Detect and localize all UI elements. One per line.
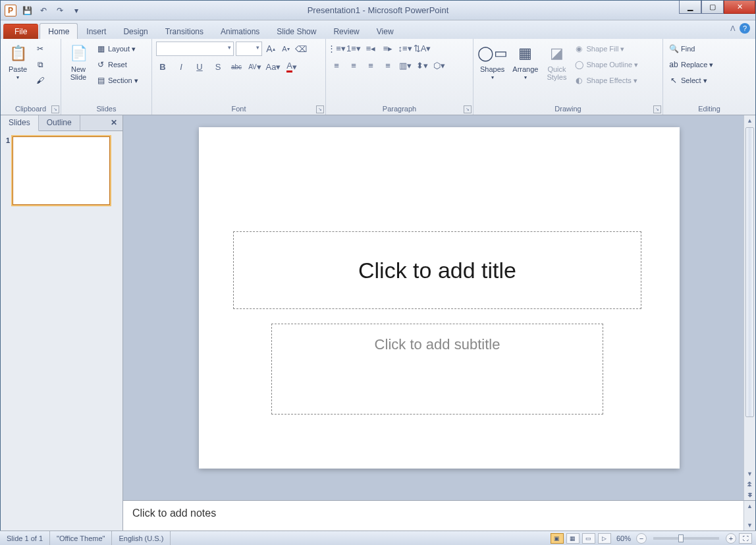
zoom-in-button[interactable]: + xyxy=(726,533,736,544)
thumbnail-item[interactable]: 1 xyxy=(6,136,117,205)
prev-slide-icon[interactable]: ⯭ xyxy=(744,479,755,490)
align-right-button[interactable]: ≡ xyxy=(364,59,377,72)
line-spacing-button[interactable]: ↕≡▾ xyxy=(398,42,412,55)
align-text-button[interactable]: ⬍▾ xyxy=(416,59,429,72)
section-button[interactable]: ▤Section ▾ xyxy=(94,73,140,88)
status-language[interactable]: English (U.S.) xyxy=(112,531,171,545)
bold-button[interactable]: B xyxy=(156,60,169,73)
minimize-ribbon-icon[interactable]: ᐱ xyxy=(730,24,736,33)
decrease-indent-button[interactable]: ≡◂ xyxy=(364,42,377,55)
shrink-font-button[interactable]: A▾ xyxy=(279,42,292,55)
tab-insert[interactable]: Insert xyxy=(78,23,115,39)
scroll-up-icon[interactable]: ▲ xyxy=(744,501,755,511)
justify-button[interactable]: ≡ xyxy=(381,59,394,72)
subtitle-placeholder[interactable]: Click to add subtitle xyxy=(271,324,603,415)
normal-view-button[interactable]: ▣ xyxy=(551,533,564,544)
shapes-button[interactable]: ◯▭Shapes▾ xyxy=(477,42,507,82)
clear-formatting-button[interactable]: ⌫ xyxy=(294,42,308,55)
app-icon[interactable]: P xyxy=(3,3,18,18)
tab-animations[interactable]: Animations xyxy=(212,23,268,39)
undo-button[interactable]: ↶ xyxy=(36,3,51,18)
italic-button[interactable]: I xyxy=(175,60,188,73)
sorter-view-button[interactable]: ▦ xyxy=(566,533,580,544)
grow-font-button[interactable]: A▴ xyxy=(264,42,277,55)
scroll-down-icon[interactable]: ▼ xyxy=(744,469,755,479)
layout-button[interactable]: ▦Layout ▾ xyxy=(94,42,140,56)
tab-transitions[interactable]: Transitions xyxy=(157,23,212,39)
slide-canvas-area[interactable]: Click to add title Click to add subtitle… xyxy=(123,115,755,500)
paragraph-dialog-launcher[interactable]: ↘ xyxy=(464,105,472,113)
status-slide-number[interactable]: Slide 1 of 1 xyxy=(0,531,50,545)
save-button[interactable]: 💾 xyxy=(20,3,34,18)
help-icon[interactable]: ? xyxy=(740,23,750,34)
font-color-button[interactable]: A▾ xyxy=(285,60,298,73)
tab-file[interactable]: File xyxy=(3,24,38,39)
shadow-icon: S xyxy=(215,62,221,72)
replace-button[interactable]: abReplace ▾ xyxy=(667,57,715,72)
tab-view[interactable]: View xyxy=(368,23,402,39)
align-left-button[interactable]: ≡ xyxy=(330,59,343,72)
drawing-dialog-launcher[interactable]: ↘ xyxy=(653,105,661,113)
align-center-button[interactable]: ≡ xyxy=(347,59,360,72)
notes-pane[interactable]: Click to add notes ▲ ▼ xyxy=(123,500,755,531)
maximize-button[interactable]: ▢ xyxy=(701,1,724,14)
numbering-button[interactable]: 1≡▾ xyxy=(347,42,360,55)
shape-outline-button[interactable]: ◯Shape Outline ▾ xyxy=(572,57,639,72)
font-family-combo[interactable] xyxy=(156,42,234,56)
reading-view-button[interactable]: ▭ xyxy=(582,533,595,544)
notes-scrollbar[interactable]: ▲ ▼ xyxy=(743,501,755,531)
tab-review[interactable]: Review xyxy=(325,23,367,39)
shape-fill-button[interactable]: ◉Shape Fill ▾ xyxy=(572,42,639,56)
increase-indent-button[interactable]: ≡▸ xyxy=(381,42,394,55)
change-case-button[interactable]: Aa▾ xyxy=(267,60,280,73)
paste-button[interactable]: 📋 Paste ▾ xyxy=(5,42,31,82)
underline-button[interactable]: U xyxy=(193,60,206,73)
columns-button[interactable]: ▥▾ xyxy=(398,59,412,72)
font-dialog-launcher[interactable]: ↘ xyxy=(316,105,324,113)
sidepane-tab-outline[interactable]: Outline xyxy=(39,115,80,130)
tab-design[interactable]: Design xyxy=(115,23,156,39)
shadow-button[interactable]: S xyxy=(211,60,225,73)
status-theme[interactable]: "Office Theme" xyxy=(50,531,112,545)
slide[interactable]: Click to add title Click to add subtitle xyxy=(199,127,680,469)
title-placeholder[interactable]: Click to add title xyxy=(233,231,641,309)
format-painter-button[interactable]: 🖌 xyxy=(34,73,47,88)
minimize-button[interactable]: ▁ xyxy=(679,1,701,14)
sidepane-close-button[interactable]: ✕ xyxy=(105,115,122,130)
select-button[interactable]: ↖Select ▾ xyxy=(667,73,715,88)
find-button[interactable]: 🔍Find xyxy=(667,42,715,56)
tab-slideshow[interactable]: Slide Show xyxy=(268,23,325,39)
clipboard-dialog-launcher[interactable]: ↘ xyxy=(51,105,59,113)
quick-styles-button[interactable]: ◪Quick Styles xyxy=(543,42,570,82)
sidepane-tab-slides[interactable]: Slides xyxy=(1,115,39,131)
subtitle-placeholder-text: Click to add subtitle xyxy=(375,336,500,353)
scroll-down-icon[interactable]: ▼ xyxy=(744,520,755,531)
scroll-up-icon[interactable]: ▲ xyxy=(744,115,755,126)
zoom-slider-thumb[interactable] xyxy=(678,534,684,542)
zoom-out-button[interactable]: − xyxy=(636,533,647,544)
vertical-scrollbar[interactable]: ▲ ▼ ⯭ ⯯ xyxy=(743,115,755,500)
char-spacing-button[interactable]: AV▾ xyxy=(248,60,261,73)
zoom-level[interactable]: 60% xyxy=(616,534,631,542)
close-button[interactable]: ✕ xyxy=(724,1,755,14)
zoom-slider[interactable] xyxy=(653,537,719,540)
scrollbar-thumb[interactable] xyxy=(745,127,754,417)
new-slide-button[interactable]: 📄 New Slide xyxy=(65,42,92,82)
slide-thumbnail[interactable] xyxy=(13,136,110,205)
tab-home[interactable]: Home xyxy=(40,23,78,39)
qat-customize[interactable]: ▾ xyxy=(69,3,84,18)
bullets-button[interactable]: ⋮≡▾ xyxy=(330,42,343,55)
reset-button[interactable]: ↺Reset xyxy=(94,57,140,72)
strike-button[interactable]: abc xyxy=(230,60,243,73)
fit-to-window-button[interactable]: ⛶ xyxy=(739,533,752,544)
font-size-combo[interactable] xyxy=(236,42,262,56)
next-slide-icon[interactable]: ⯯ xyxy=(744,490,755,500)
text-direction-button[interactable]: ⇅A▾ xyxy=(416,42,429,55)
smartart-button[interactable]: ⬡▾ xyxy=(433,59,446,72)
cut-button[interactable]: ✂ xyxy=(34,42,47,56)
arrange-button[interactable]: ▦Arrange▾ xyxy=(510,42,541,82)
redo-button[interactable]: ↷ xyxy=(53,3,67,18)
slideshow-view-button[interactable]: ▷ xyxy=(598,533,611,544)
shape-effects-button[interactable]: ◐Shape Effects ▾ xyxy=(572,73,639,88)
copy-button[interactable]: ⧉ xyxy=(34,57,47,72)
